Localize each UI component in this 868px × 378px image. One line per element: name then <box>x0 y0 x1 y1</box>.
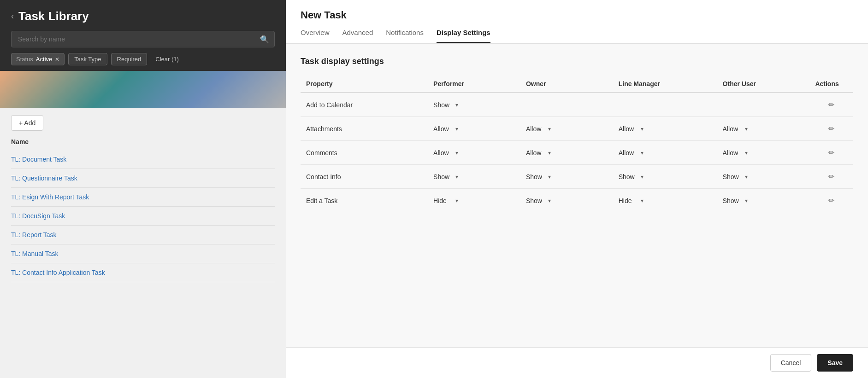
select-owner-3[interactable]: AllowShowHide <box>526 173 551 180</box>
tab-display-settings[interactable]: Display Settings <box>437 29 490 43</box>
cell-actions[interactable]: ✏ <box>809 141 853 165</box>
select-wrapper-other-user-1[interactable]: AllowShowHide▾ <box>723 125 748 133</box>
select-wrapper-performer-1[interactable]: AllowShowHide▾ <box>433 125 458 133</box>
select-line-manager-4[interactable]: AllowShowHide <box>619 197 644 204</box>
search-bar-container: 🔍 <box>11 31 275 47</box>
list-item[interactable]: TL: Manual Task <box>11 244 275 263</box>
select-line-manager-3[interactable]: AllowShowHide <box>619 173 644 180</box>
select-owner-4[interactable]: AllowShowHide <box>526 197 551 204</box>
cell-line-manager-1[interactable]: AllowShowHide▾ <box>613 117 717 141</box>
select-wrapper-owner-3[interactable]: AllowShowHide▾ <box>526 173 551 180</box>
cell-owner-1[interactable]: AllowShowHide▾ <box>520 117 613 141</box>
cell-actions[interactable]: ✏ <box>809 93 853 117</box>
cell-performer-2[interactable]: AllowShowHide▾ <box>428 141 520 165</box>
select-wrapper-performer-4[interactable]: AllowShowHide▾ <box>433 197 458 204</box>
tab-overview[interactable]: Overview <box>301 29 330 43</box>
tab-advanced[interactable]: Advanced <box>342 29 373 43</box>
select-other-user-2[interactable]: AllowShowHide <box>723 149 748 157</box>
cell-owner-4[interactable]: AllowShowHide▾ <box>520 189 613 213</box>
save-button[interactable]: Save <box>817 354 853 372</box>
display-settings-table: Property Performer Owner Line Manager Ot… <box>301 76 853 212</box>
select-wrapper-performer-0[interactable]: AllowShowHide▾ <box>433 101 458 109</box>
select-other-user-1[interactable]: AllowShowHide <box>723 125 748 133</box>
edit-icon[interactable]: ✏ <box>828 101 834 109</box>
cell-property: Edit a Task <box>301 189 428 213</box>
table-row: Contact InfoAllowShowHide▾AllowShowHide▾… <box>301 165 853 189</box>
cell-property: Contact Info <box>301 165 428 189</box>
list-item[interactable]: TL: Report Task <box>11 226 275 244</box>
select-owner-2[interactable]: AllowShowHide <box>526 149 551 157</box>
select-wrapper-other-user-3[interactable]: AllowShowHide▾ <box>723 173 748 180</box>
cell-line-manager-2[interactable]: AllowShowHide▾ <box>613 141 717 165</box>
status-filter-label: Status <box>16 56 33 63</box>
list-item[interactable]: TL: DocuSign Task <box>11 207 275 226</box>
cell-actions[interactable]: ✏ <box>809 165 853 189</box>
status-filter-close[interactable]: ✕ <box>55 56 59 63</box>
cell-line-manager-4[interactable]: AllowShowHide▾ <box>613 189 717 213</box>
select-wrapper-owner-4[interactable]: AllowShowHide▾ <box>526 197 551 204</box>
list-item[interactable]: TL: Questionnaire Task <box>11 169 275 188</box>
list-item[interactable]: TL: Esign With Report Task <box>11 188 275 207</box>
back-button[interactable]: ‹ <box>11 12 14 21</box>
edit-icon[interactable]: ✏ <box>828 149 834 157</box>
select-performer-0[interactable]: AllowShowHide <box>433 101 458 109</box>
cell-other-user-4[interactable]: AllowShowHide▾ <box>717 189 810 213</box>
select-wrapper-other-user-2[interactable]: AllowShowHide▾ <box>723 149 748 157</box>
task-type-filter-button[interactable]: Task Type <box>68 53 107 65</box>
select-other-user-4[interactable]: AllowShowHide <box>723 197 748 204</box>
select-wrapper-other-user-4[interactable]: AllowShowHide▾ <box>723 197 748 204</box>
select-line-manager-2[interactable]: AllowShowHide <box>619 149 644 157</box>
select-wrapper-performer-2[interactable]: AllowShowHide▾ <box>433 149 458 157</box>
sidebar: ‹ Task Library 🔍 Status Active ✕ Task Ty… <box>0 0 286 378</box>
required-filter-button[interactable]: Required <box>111 53 148 65</box>
status-filter-value: Active <box>36 56 52 63</box>
cell-other-user-1[interactable]: AllowShowHide▾ <box>717 117 810 141</box>
select-wrapper-line-manager-1[interactable]: AllowShowHide▾ <box>619 125 644 133</box>
tab-notifications[interactable]: Notifications <box>386 29 424 43</box>
select-wrapper-performer-3[interactable]: AllowShowHide▾ <box>433 173 458 180</box>
add-button[interactable]: + Add <box>11 115 43 131</box>
list-header: Name <box>11 138 275 145</box>
select-performer-2[interactable]: AllowShowHide <box>433 149 458 157</box>
search-input[interactable] <box>11 31 275 47</box>
cell-performer-4[interactable]: AllowShowHide▾ <box>428 189 520 213</box>
cancel-button[interactable]: Cancel <box>770 354 812 372</box>
list-item[interactable]: TL: Contact Info Application Task <box>11 263 275 282</box>
edit-icon[interactable]: ✏ <box>828 197 834 204</box>
select-wrapper-line-manager-4[interactable]: AllowShowHide▾ <box>619 197 644 204</box>
col-header-performer: Performer <box>428 76 520 93</box>
select-performer-1[interactable]: AllowShowHide <box>433 125 458 133</box>
select-wrapper-line-manager-2[interactable]: AllowShowHide▾ <box>619 149 644 157</box>
cell-other-user-2[interactable]: AllowShowHide▾ <box>717 141 810 165</box>
panel-header: New Task Overview Advanced Notifications… <box>286 0 868 44</box>
select-owner-1[interactable]: AllowShowHide <box>526 125 551 133</box>
status-filter-badge[interactable]: Status Active ✕ <box>11 53 65 65</box>
select-wrapper-line-manager-3[interactable]: AllowShowHide▾ <box>619 173 644 180</box>
clear-filters-button[interactable]: Clear (1) <box>151 53 183 65</box>
cell-other-user-3[interactable]: AllowShowHide▾ <box>717 165 810 189</box>
col-header-owner: Owner <box>520 76 613 93</box>
select-performer-4[interactable]: AllowShowHide <box>433 197 458 204</box>
cell-property: Comments <box>301 141 428 165</box>
cell-line-manager-3[interactable]: AllowShowHide▾ <box>613 165 717 189</box>
search-icon: 🔍 <box>260 35 269 44</box>
select-wrapper-owner-1[interactable]: AllowShowHide▾ <box>526 125 551 133</box>
list-item[interactable]: TL: Document Task <box>11 150 275 169</box>
cell-property: Add to Calendar <box>301 93 428 117</box>
select-other-user-3[interactable]: AllowShowHide <box>723 173 748 180</box>
edit-icon[interactable]: ✏ <box>828 125 834 133</box>
cell-performer-0[interactable]: AllowShowHide▾ <box>428 93 520 117</box>
panel-body: Task display settings Property Performer… <box>286 44 868 347</box>
edit-icon[interactable]: ✏ <box>828 173 834 180</box>
filters-bar: Status Active ✕ Task Type Required Clear… <box>0 53 286 71</box>
cell-performer-1[interactable]: AllowShowHide▾ <box>428 117 520 141</box>
cell-performer-3[interactable]: AllowShowHide▾ <box>428 165 520 189</box>
select-performer-3[interactable]: AllowShowHide <box>433 173 458 180</box>
panel-footer: Cancel Save <box>286 347 868 378</box>
select-wrapper-owner-2[interactable]: AllowShowHide▾ <box>526 149 551 157</box>
cell-actions[interactable]: ✏ <box>809 189 853 213</box>
cell-owner-3[interactable]: AllowShowHide▾ <box>520 165 613 189</box>
select-line-manager-1[interactable]: AllowShowHide <box>619 125 644 133</box>
cell-owner-2[interactable]: AllowShowHide▾ <box>520 141 613 165</box>
cell-actions[interactable]: ✏ <box>809 117 853 141</box>
